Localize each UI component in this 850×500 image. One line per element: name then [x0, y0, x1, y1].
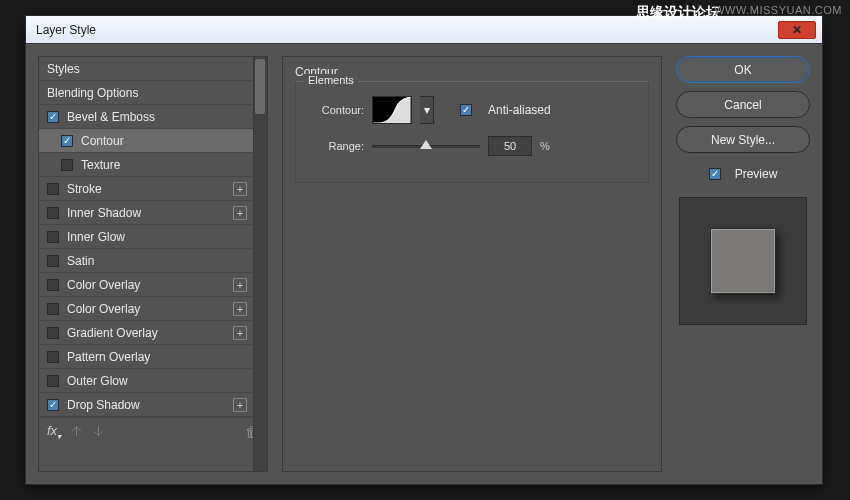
preview-swatch — [710, 228, 776, 294]
range-label: Range: — [308, 140, 364, 152]
checkbox-drop-shadow[interactable] — [47, 399, 59, 411]
checkbox-gradient-overlay[interactable] — [47, 327, 59, 339]
style-row-gradient-overlay[interactable]: Gradient Overlay + — [39, 321, 267, 345]
watermark-cn: 思缘设计论坛 — [636, 4, 720, 22]
preview-box — [679, 197, 807, 325]
add-gradient-overlay-button[interactable]: + — [233, 326, 247, 340]
style-label: Color Overlay — [67, 278, 140, 292]
checkbox-stroke[interactable] — [47, 183, 59, 195]
chevron-down-icon: ▾ — [424, 103, 430, 117]
move-up-icon[interactable]: 🡡 — [71, 425, 83, 439]
style-row-inner-shadow[interactable]: Inner Shadow + — [39, 201, 267, 225]
range-input[interactable] — [488, 136, 532, 156]
style-label: Bevel & Emboss — [67, 110, 155, 124]
antialiased-label: Anti-aliased — [488, 103, 551, 117]
styles-header-label: Styles — [47, 62, 80, 76]
checkbox-bevel-emboss[interactable] — [47, 111, 59, 123]
checkbox-preview[interactable] — [709, 168, 721, 180]
dialog-title: Layer Style — [36, 23, 96, 37]
style-label: Outer Glow — [67, 374, 128, 388]
checkbox-contour[interactable] — [61, 135, 73, 147]
style-label: Inner Glow — [67, 230, 125, 244]
blending-options-row[interactable]: Blending Options — [39, 81, 267, 105]
checkbox-texture[interactable] — [61, 159, 73, 171]
style-row-color-overlay-1[interactable]: Color Overlay + — [39, 273, 267, 297]
style-row-stroke[interactable]: Stroke + — [39, 177, 267, 201]
styles-panel: Styles Blending Options Bevel & Emboss C… — [38, 56, 268, 472]
style-row-bevel-emboss[interactable]: Bevel & Emboss — [39, 105, 267, 129]
styles-footer: fx▾ 🡡 🡣 🗑 — [39, 417, 267, 445]
new-style-button[interactable]: New Style... — [676, 126, 810, 153]
elements-group: Elements Contour: ▾ Anti-aliased Range: — [295, 81, 649, 183]
style-row-inner-glow[interactable]: Inner Glow — [39, 225, 267, 249]
styles-header[interactable]: Styles — [39, 57, 267, 81]
scrollbar[interactable] — [253, 57, 267, 471]
checkbox-antialiased[interactable] — [460, 104, 472, 116]
checkbox-satin[interactable] — [47, 255, 59, 267]
style-label: Texture — [81, 158, 120, 172]
style-row-drop-shadow[interactable]: Drop Shadow + — [39, 393, 267, 417]
style-row-texture[interactable]: Texture — [39, 153, 267, 177]
add-color-overlay-1-button[interactable]: + — [233, 278, 247, 292]
style-label: Drop Shadow — [67, 398, 140, 412]
watermark-url: WWW.MISSYUAN.COM — [714, 4, 842, 16]
fx-icon[interactable]: fx▾ — [47, 423, 61, 441]
range-slider[interactable] — [372, 138, 480, 154]
range-unit: % — [540, 140, 550, 152]
add-inner-shadow-button[interactable]: + — [233, 206, 247, 220]
add-color-overlay-2-button[interactable]: + — [233, 302, 247, 316]
checkbox-color-overlay-2[interactable] — [47, 303, 59, 315]
checkbox-inner-glow[interactable] — [47, 231, 59, 243]
contour-picker[interactable] — [372, 96, 412, 124]
checkbox-color-overlay-1[interactable] — [47, 279, 59, 291]
style-label: Color Overlay — [67, 302, 140, 316]
ok-button[interactable]: OK — [676, 56, 810, 83]
style-row-pattern-overlay[interactable]: Pattern Overlay — [39, 345, 267, 369]
style-row-satin[interactable]: Satin — [39, 249, 267, 273]
close-icon: ✕ — [792, 23, 802, 37]
checkbox-pattern-overlay[interactable] — [47, 351, 59, 363]
action-panel: OK Cancel New Style... Preview — [676, 56, 810, 472]
slider-thumb[interactable] — [420, 140, 432, 149]
styles-list: Styles Blending Options Bevel & Emboss C… — [38, 56, 268, 472]
scrollbar-thumb[interactable] — [255, 59, 265, 114]
checkbox-inner-shadow[interactable] — [47, 207, 59, 219]
preview-label: Preview — [735, 167, 778, 181]
move-down-icon[interactable]: 🡣 — [93, 425, 105, 439]
style-label: Pattern Overlay — [67, 350, 150, 364]
style-row-outer-glow[interactable]: Outer Glow — [39, 369, 267, 393]
style-label: Stroke — [67, 182, 102, 196]
style-label: Gradient Overlay — [67, 326, 158, 340]
close-button[interactable]: ✕ — [778, 21, 816, 39]
blending-options-label: Blending Options — [47, 86, 138, 100]
contour-label: Contour: — [308, 104, 364, 116]
cancel-button[interactable]: Cancel — [676, 91, 810, 118]
checkbox-outer-glow[interactable] — [47, 375, 59, 387]
style-label: Contour — [81, 134, 124, 148]
style-label: Inner Shadow — [67, 206, 141, 220]
style-row-contour[interactable]: Contour — [39, 129, 267, 153]
style-row-color-overlay-2[interactable]: Color Overlay + — [39, 297, 267, 321]
style-label: Satin — [67, 254, 94, 268]
contour-dropdown[interactable]: ▾ — [420, 96, 434, 124]
elements-group-label: Elements — [304, 74, 358, 86]
settings-panel: Contour Elements Contour: ▾ Anti-aliased… — [282, 56, 662, 472]
add-stroke-button[interactable]: + — [233, 182, 247, 196]
layer-style-dialog: Layer Style ✕ Styles Blending Options Be… — [25, 15, 823, 485]
add-drop-shadow-button[interactable]: + — [233, 398, 247, 412]
